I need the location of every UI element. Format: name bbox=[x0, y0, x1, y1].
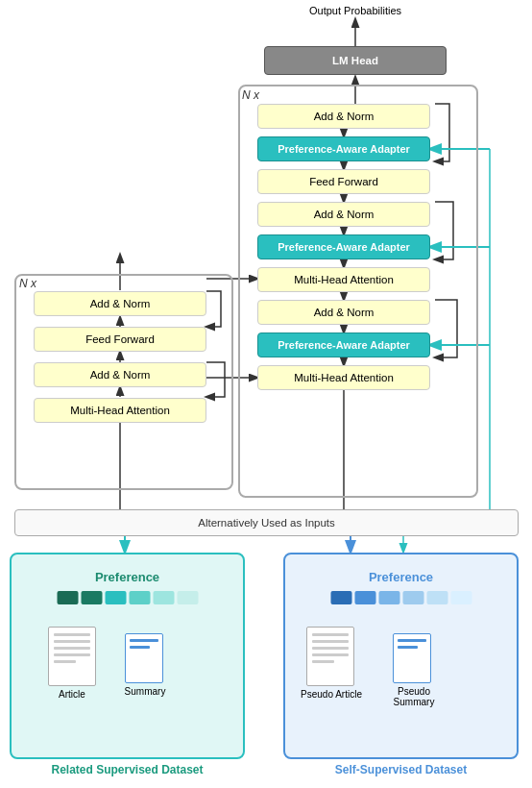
r-pref-adapter-top-box: Preference-Aware Adapter bbox=[257, 136, 430, 161]
l-mha-box: Multi-Head Attention bbox=[34, 398, 206, 423]
left-pref-label: Preference bbox=[12, 570, 243, 584]
right-dataset-title: Self-Supervised Dataset bbox=[283, 763, 519, 776]
right-color-bars bbox=[330, 591, 472, 604]
nx-label-right: N x bbox=[242, 88, 259, 102]
r-add-norm-bot-box: Add & Norm bbox=[257, 300, 430, 325]
left-article-doc bbox=[48, 627, 96, 686]
lm-head-box: LM Head bbox=[264, 46, 447, 75]
nx-label-left: N x bbox=[19, 277, 36, 290]
left-dataset-box: Preference Article Summary bbox=[10, 553, 245, 759]
output-probabilities-label: Output Probabilities bbox=[298, 4, 413, 17]
left-color-bars bbox=[57, 591, 198, 604]
right-summary-doc bbox=[393, 633, 431, 683]
r-pref-adapter-bot-box: Preference-Aware Adapter bbox=[257, 332, 430, 357]
r-mha-top-box: Multi-Head Attention bbox=[257, 267, 430, 292]
left-article-label: Article bbox=[40, 689, 104, 700]
alt-inputs-bar: Alternatively Used as Inputs bbox=[14, 509, 519, 536]
right-summary-label: Pseudo Summary bbox=[379, 686, 448, 707]
left-summary-label: Summary bbox=[115, 686, 175, 697]
right-pref-label: Preference bbox=[285, 570, 517, 584]
r-add-norm-mid-box: Add & Norm bbox=[257, 202, 430, 227]
r-mha-bot-box: Multi-Head Attention bbox=[257, 365, 430, 390]
left-summary-doc bbox=[125, 633, 163, 683]
diagram-container: Output Probabilities LM Head N x Add & N… bbox=[0, 0, 532, 788]
r-add-norm-top-box: Add & Norm bbox=[257, 104, 430, 129]
r-pref-adapter-mid-box: Preference-Aware Adapter bbox=[257, 234, 430, 259]
l-add-norm2-box: Add & Norm bbox=[34, 362, 206, 387]
right-article-doc bbox=[306, 627, 354, 686]
l-add-norm-box: Add & Norm bbox=[34, 291, 206, 316]
left-dataset-title: Related Supervised Dataset bbox=[10, 763, 245, 776]
l-feed-forward-box: Feed Forward bbox=[34, 327, 206, 352]
right-dataset-box: Preference Pseudo Article Pseudo Summary bbox=[283, 553, 519, 759]
right-article-label: Pseudo Article bbox=[290, 689, 373, 700]
r-feed-forward-box: Feed Forward bbox=[257, 169, 430, 194]
